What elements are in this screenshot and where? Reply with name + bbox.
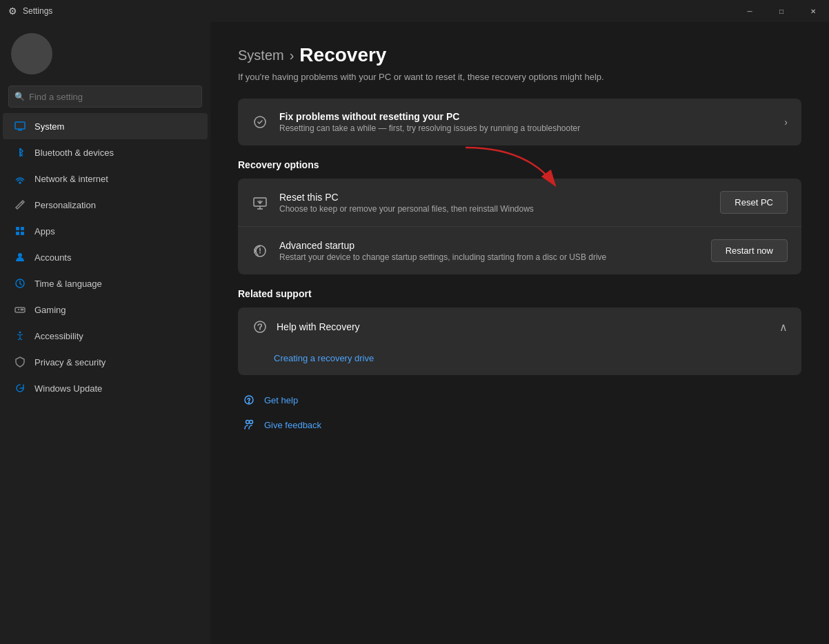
svg-point-21 (250, 421, 253, 424)
reset-pc-title: Reset this PC (279, 192, 709, 203)
search-box[interactable]: 🔍 (8, 85, 202, 108)
breadcrumb-parent[interactable]: System (238, 48, 284, 63)
svg-rect-6 (21, 232, 24, 235)
advanced-startup-subtitle: Restart your device to change startup se… (279, 252, 700, 262)
fix-card-chevron-icon: › (784, 117, 788, 128)
advanced-startup-text: Advanced startup Restart your device to … (279, 240, 700, 262)
sidebar-label-network: Network & internet (34, 174, 108, 184)
sidebar-label-time: Time & language (34, 279, 102, 289)
sidebar-label-accounts: Accounts (34, 252, 71, 263)
support-content: Creating a recovery drive (238, 346, 801, 375)
help-recovery-icon (252, 319, 268, 335)
get-help-icon (241, 392, 257, 408)
main-layout: 🔍 System Bluetooth & devices (0, 22, 829, 644)
reset-pc-subtitle: Choose to keep or remove your personal f… (279, 204, 709, 214)
page-subtitle: If you're having problems with your PC o… (238, 72, 801, 82)
update-icon (14, 382, 26, 394)
reset-pc-text: Reset this PC Choose to keep or remove y… (279, 192, 709, 214)
accounts-icon (14, 251, 26, 263)
minimize-button[interactable]: ─ (734, 0, 766, 22)
sidebar-item-privacy[interactable]: Privacy & security (3, 349, 208, 375)
svg-rect-4 (21, 227, 24, 230)
search-icon: 🔍 (14, 92, 25, 101)
help-recovery-chevron-icon: ∧ (779, 321, 788, 334)
give-feedback-link[interactable]: Give feedback (241, 416, 801, 433)
sidebar-label-personalization: Personalization (34, 200, 96, 210)
svg-point-17 (254, 321, 266, 332)
get-help-link[interactable]: Get help (241, 392, 801, 408)
privacy-icon (14, 356, 26, 368)
give-feedback-icon (241, 416, 257, 433)
svg-rect-0 (15, 122, 25, 129)
system-icon (14, 120, 26, 132)
sidebar-item-apps[interactable]: Apps (3, 218, 208, 244)
fix-card-subtitle: Resetting can take a while — first, try … (279, 123, 773, 133)
advanced-startup-title: Advanced startup (279, 240, 700, 251)
reset-pc-button[interactable]: Reset PC (720, 191, 788, 214)
sidebar-label-gaming: Gaming (34, 305, 66, 315)
svg-point-11 (22, 309, 23, 310)
related-support-card: Help with Recovery ∧ Creating a recovery… (238, 308, 801, 375)
breadcrumb: System › Recovery (238, 44, 801, 66)
titlebar-controls: ─ □ ✕ (734, 0, 829, 22)
svg-rect-1 (18, 130, 22, 131)
maximize-button[interactable]: □ (766, 0, 797, 22)
sidebar: 🔍 System Bluetooth & devices (0, 22, 210, 644)
support-header-left: Help with Recovery (252, 319, 360, 335)
sidebar-label-privacy: Privacy & security (34, 357, 106, 368)
sidebar-item-accounts[interactable]: Accounts (3, 244, 208, 270)
svg-point-19 (248, 402, 249, 403)
get-help-label: Get help (264, 395, 298, 405)
time-icon (14, 277, 26, 290)
sidebar-label-bluetooth: Bluetooth & devices (34, 148, 114, 158)
avatar (11, 33, 52, 74)
fix-problems-icon (252, 114, 268, 130)
sidebar-item-bluetooth[interactable]: Bluetooth & devices (3, 139, 208, 165)
settings-icon: ⚙ (8, 6, 17, 17)
recovery-item-advanced: Advanced startup Restart your device to … (238, 227, 801, 274)
network-icon (14, 172, 26, 185)
creating-recovery-drive-link[interactable]: Creating a recovery drive (274, 353, 374, 363)
apps-icon (14, 225, 26, 237)
breadcrumb-current: Recovery (299, 44, 386, 66)
fix-problems-card[interactable]: Fix problems without resetting your PC R… (238, 99, 801, 145)
bluetooth-icon (14, 146, 26, 159)
recovery-options-wrapper: Reset this PC Choose to keep or remove y… (238, 179, 801, 274)
sidebar-item-accessibility[interactable]: Accessibility (3, 323, 208, 349)
sidebar-item-update[interactable]: Windows Update (3, 375, 208, 401)
svg-point-2 (19, 182, 21, 183)
titlebar: ⚙ Settings ─ □ ✕ (0, 0, 829, 22)
breadcrumb-separator: › (290, 48, 294, 63)
reset-pc-icon (252, 194, 268, 211)
restart-now-button[interactable]: Restart now (711, 239, 788, 262)
accessibility-icon (14, 330, 26, 342)
sidebar-item-time[interactable]: Time & language (3, 270, 208, 296)
footer-links: Get help Give feedback (238, 392, 801, 433)
content-area: System › Recovery If you're having probl… (210, 22, 829, 644)
svg-rect-5 (16, 232, 19, 235)
titlebar-left: ⚙ Settings (8, 6, 52, 17)
sidebar-label-system: System (34, 121, 64, 132)
search-input[interactable] (29, 92, 196, 102)
svg-point-12 (19, 332, 21, 334)
fix-card-text: Fix problems without resetting your PC R… (279, 111, 773, 133)
give-feedback-label: Give feedback (264, 420, 321, 430)
recovery-item-reset: Reset this PC Choose to keep or remove y… (238, 179, 801, 227)
sidebar-item-system[interactable]: System (3, 113, 208, 139)
close-button[interactable]: ✕ (797, 0, 829, 22)
titlebar-title: Settings (23, 6, 52, 16)
recovery-options-header: Recovery options (238, 159, 801, 170)
recovery-options: Reset this PC Choose to keep or remove y… (238, 179, 801, 274)
gaming-icon (14, 303, 26, 316)
fix-card-title: Fix problems without resetting your PC (279, 111, 773, 122)
sidebar-label-apps: Apps (34, 226, 55, 237)
advanced-startup-icon (252, 243, 268, 259)
sidebar-item-gaming[interactable]: Gaming (3, 296, 208, 323)
svg-point-7 (18, 253, 22, 257)
help-with-recovery-header[interactable]: Help with Recovery ∧ (238, 308, 801, 346)
sidebar-item-network[interactable]: Network & internet (3, 165, 208, 192)
sidebar-item-personalization[interactable]: Personalization (3, 192, 208, 218)
help-recovery-title: Help with Recovery (277, 321, 360, 332)
svg-rect-3 (16, 227, 19, 230)
sidebar-label-update: Windows Update (34, 383, 102, 394)
